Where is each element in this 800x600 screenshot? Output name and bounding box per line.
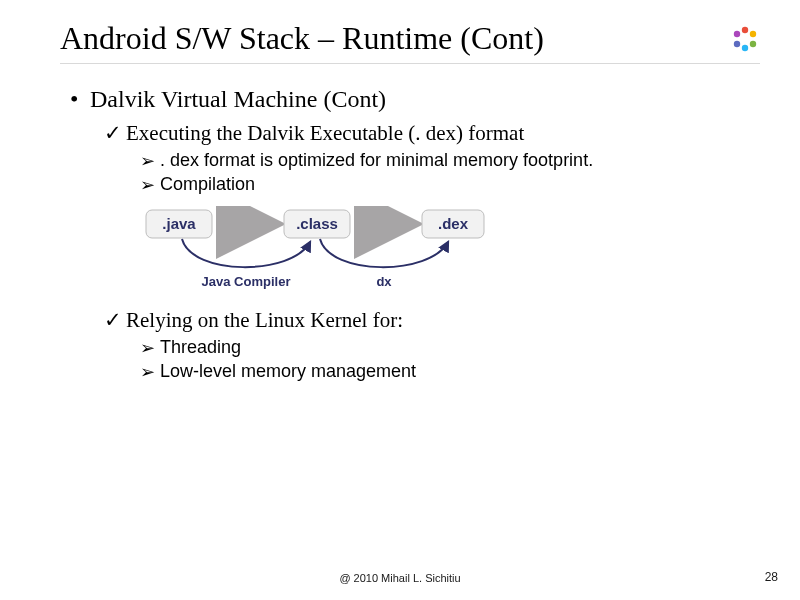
bullet-dot-icon: • [70, 86, 90, 113]
bullet-text: . dex format is optimized for minimal me… [160, 150, 593, 172]
compilation-diagram: .java .class .dex Java Compiler dx [142, 206, 770, 292]
triangle-icon: ➢ [140, 337, 160, 359]
triangle-icon: ➢ [140, 361, 160, 383]
title-row: Android S/W Stack – Runtime (Cont) [60, 20, 760, 64]
bullet-text: Threading [160, 337, 241, 359]
svg-point-3 [742, 44, 748, 50]
bullet-l1: • Dalvik Virtual Machine (Cont) [70, 86, 770, 113]
check-icon: ✓ [104, 308, 126, 333]
triangle-icon: ➢ [140, 174, 160, 196]
triangle-icon: ➢ [140, 150, 160, 172]
diagram-label-dx: dx [376, 274, 392, 289]
bullet-text: Relying on the Linux Kernel for: [126, 308, 403, 333]
bullet-l2: ✓ Relying on the Linux Kernel for: [104, 308, 770, 333]
diagram-box-class: .class [296, 215, 338, 232]
content: • Dalvik Virtual Machine (Cont) ✓ Execut… [70, 86, 770, 383]
diagram-box-dex: .dex [438, 215, 469, 232]
svg-point-1 [750, 30, 756, 36]
bullet-l3: ➢ Threading [140, 337, 770, 359]
slide-title: Android S/W Stack – Runtime (Cont) [60, 20, 544, 57]
bullet-text: Dalvik Virtual Machine (Cont) [90, 86, 386, 113]
svg-point-4 [734, 40, 740, 46]
bullet-l3: ➢ Low-level memory management [140, 361, 770, 383]
page-number: 28 [765, 570, 778, 584]
check-icon: ✓ [104, 121, 126, 146]
diagram-box-java: .java [162, 215, 196, 232]
bullet-l2: ✓ Executing the Dalvik Executable (. dex… [104, 121, 770, 146]
bullet-text: Low-level memory management [160, 361, 416, 383]
bullet-l3: ➢ Compilation [140, 174, 770, 196]
svg-point-0 [742, 26, 748, 32]
slide: Android S/W Stack – Runtime (Cont) • Dal… [0, 0, 800, 600]
svg-point-5 [734, 30, 740, 36]
svg-point-2 [750, 40, 756, 46]
bullet-text: Executing the Dalvik Executable (. dex) … [126, 121, 524, 146]
footer-copyright: @ 2010 Mihail L. Sichitiu [0, 572, 800, 584]
logo-icon [730, 24, 760, 54]
bullet-text: Compilation [160, 174, 255, 196]
bullet-l3: ➢ . dex format is optimized for minimal … [140, 150, 770, 172]
diagram-label-javacompiler: Java Compiler [202, 274, 291, 289]
